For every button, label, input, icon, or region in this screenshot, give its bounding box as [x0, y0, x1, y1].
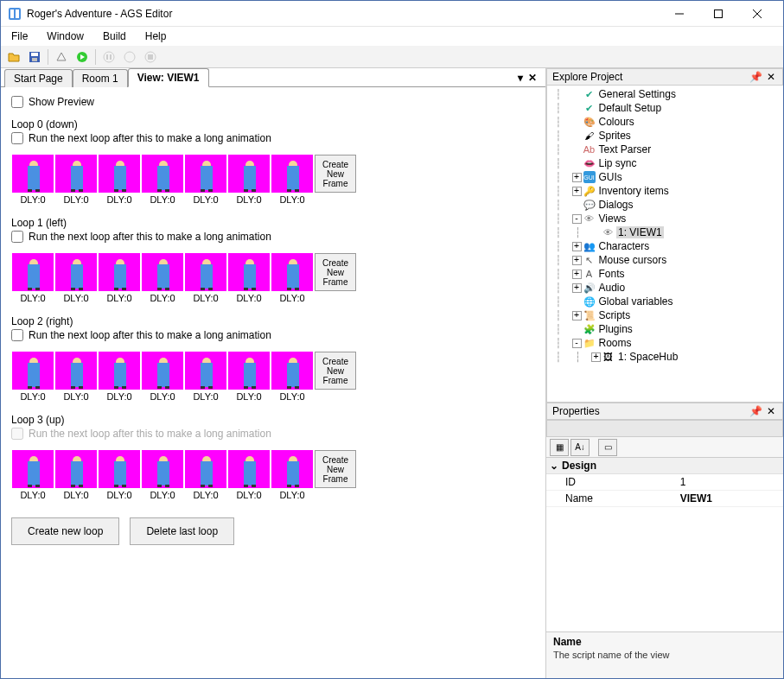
property-row[interactable]: NameVIEW1: [546, 491, 783, 507]
tab-dropdown-icon[interactable]: ▾: [518, 72, 523, 84]
sprite-frame[interactable]: [185, 352, 226, 390]
build-icon[interactable]: [52, 48, 71, 67]
expand-icon[interactable]: +: [572, 173, 582, 182]
properties-object-selector[interactable]: [546, 420, 783, 437]
tree-item[interactable]: ┆ 🖌Sprites: [547, 129, 783, 143]
prop-pages-icon[interactable]: ▭: [598, 439, 617, 456]
sprite-frame[interactable]: [142, 450, 183, 488]
tab-room-1[interactable]: Room 1: [73, 69, 128, 87]
minimize-button[interactable]: [660, 1, 698, 26]
tree-item[interactable]: ┆ 🎨Colours: [547, 115, 783, 129]
sprite-frame[interactable]: [228, 155, 270, 193]
props-pin-icon[interactable]: 📌: [749, 405, 762, 417]
collapse-icon[interactable]: -: [572, 339, 582, 348]
tree-item[interactable]: ┆ AbText Parser: [547, 143, 783, 156]
sprite-frame[interactable]: [99, 253, 140, 291]
menu-file[interactable]: File: [8, 29, 31, 44]
tree-item[interactable]: ┆ +AFonts: [547, 267, 783, 281]
create-new-frame-button[interactable]: Create New Frame: [315, 253, 356, 291]
tree-item[interactable]: ┆ -👁Views: [547, 212, 783, 225]
sprite-frame[interactable]: [99, 352, 140, 390]
sprite-frame[interactable]: [55, 253, 97, 291]
tree-item[interactable]: ┆ ┆ +🖼1: SpaceHub: [547, 350, 783, 364]
expand-icon[interactable]: +: [572, 283, 582, 293]
stop-icon[interactable]: [141, 48, 160, 67]
sprite-frame[interactable]: [55, 155, 97, 193]
prop-alphabetical-icon[interactable]: A↓: [570, 439, 590, 456]
menu-window[interactable]: Window: [43, 29, 87, 44]
sprite-frame[interactable]: [185, 253, 226, 291]
close-button[interactable]: [737, 1, 776, 26]
step-icon[interactable]: [120, 48, 139, 67]
property-row[interactable]: ID1: [546, 474, 783, 491]
project-tree[interactable]: ┆ ✔General Settings ┆ ✔Default Setup ┆ 🎨…: [546, 86, 783, 402]
tree-item[interactable]: ┆ +🔑Inventory items: [547, 184, 783, 198]
sprite-frame[interactable]: [142, 155, 183, 193]
tree-item[interactable]: ┆ +GUIGUIs: [547, 170, 783, 184]
collapse-icon[interactable]: -: [572, 214, 582, 224]
show-preview-checkbox[interactable]: [11, 96, 23, 108]
tree-item[interactable]: ┆ +👥Characters: [547, 239, 783, 253]
run-next-loop-checkbox[interactable]: [11, 231, 23, 243]
create-loop-button[interactable]: Create new loop: [11, 517, 119, 545]
sprite-frame[interactable]: [271, 450, 313, 488]
run-icon[interactable]: [73, 48, 92, 67]
create-new-frame-button[interactable]: Create New Frame: [315, 450, 356, 488]
sprite-frame[interactable]: [12, 450, 54, 488]
sprite-frame[interactable]: [55, 450, 97, 488]
tree-item[interactable]: ┆ +🔊Audio: [547, 281, 783, 295]
sprite-frame[interactable]: [12, 155, 54, 193]
expand-icon[interactable]: +: [572, 270, 582, 279]
property-value[interactable]: 1: [677, 474, 783, 490]
tab-start-page[interactable]: Start Page: [4, 69, 73, 87]
create-new-frame-button[interactable]: Create New Frame: [315, 155, 356, 193]
sprite-frame[interactable]: [142, 352, 183, 390]
sprite-frame[interactable]: [271, 155, 313, 193]
tree-item[interactable]: ┆ 👄Lip sync: [547, 156, 783, 170]
tree-item[interactable]: ┆ 🧩Plugins: [547, 322, 783, 336]
sprite-frame[interactable]: [271, 253, 313, 291]
sprite-frame[interactable]: [12, 352, 54, 390]
tree-item[interactable]: ┆ ✔General Settings: [547, 87, 783, 101]
prop-category-design[interactable]: ⌄ Design: [546, 458, 783, 474]
menu-help[interactable]: Help: [142, 29, 170, 44]
sprite-frame[interactable]: [99, 155, 140, 193]
tree-item[interactable]: ┆ ✔Default Setup: [547, 101, 783, 115]
sprite-frame[interactable]: [99, 450, 140, 488]
sprite-frame[interactable]: [142, 253, 183, 291]
delete-loop-button[interactable]: Delete last loop: [130, 517, 234, 545]
expand-icon[interactable]: +: [572, 256, 582, 265]
run-next-loop-checkbox[interactable]: [11, 132, 23, 144]
tab-view-view1[interactable]: View: VIEW1: [128, 68, 209, 87]
sprite-frame[interactable]: [55, 352, 97, 390]
expand-icon[interactable]: +: [572, 311, 582, 320]
panel-close-icon[interactable]: ✕: [765, 71, 777, 83]
sprite-frame[interactable]: [228, 253, 270, 291]
tree-item[interactable]: ┆ 🌐Global variables: [547, 295, 783, 308]
tree-item[interactable]: ┆ +📜Scripts: [547, 308, 783, 322]
maximize-button[interactable]: [698, 1, 737, 26]
tree-item[interactable]: ┆ +↖Mouse cursors: [547, 253, 783, 267]
save-icon[interactable]: [25, 48, 44, 67]
sprite-frame[interactable]: [228, 352, 270, 390]
expand-icon[interactable]: +: [572, 187, 582, 196]
menu-build[interactable]: Build: [99, 29, 130, 44]
open-icon[interactable]: [4, 48, 23, 67]
sprite-frame[interactable]: [271, 352, 313, 390]
tab-close-icon[interactable]: ✕: [528, 72, 537, 84]
expand-icon[interactable]: +: [591, 352, 601, 362]
tree-item[interactable]: ┆ 💬Dialogs: [547, 198, 783, 212]
property-value[interactable]: VIEW1: [677, 491, 783, 506]
run-next-loop-checkbox[interactable]: [11, 329, 23, 341]
pause-icon[interactable]: [99, 48, 118, 67]
prop-categorized-icon[interactable]: ▦: [550, 439, 569, 456]
tree-item[interactable]: ┆ -📁Rooms: [547, 336, 783, 350]
sprite-frame[interactable]: [228, 450, 270, 488]
sprite-frame[interactable]: [12, 253, 54, 291]
sprite-frame[interactable]: [185, 450, 226, 488]
props-close-icon[interactable]: ✕: [765, 405, 777, 417]
tree-item[interactable]: ┆ ┆ 👁1: VIEW1: [547, 225, 783, 239]
pin-icon[interactable]: 📌: [749, 71, 762, 83]
sprite-frame[interactable]: [185, 155, 226, 193]
create-new-frame-button[interactable]: Create New Frame: [315, 352, 356, 390]
